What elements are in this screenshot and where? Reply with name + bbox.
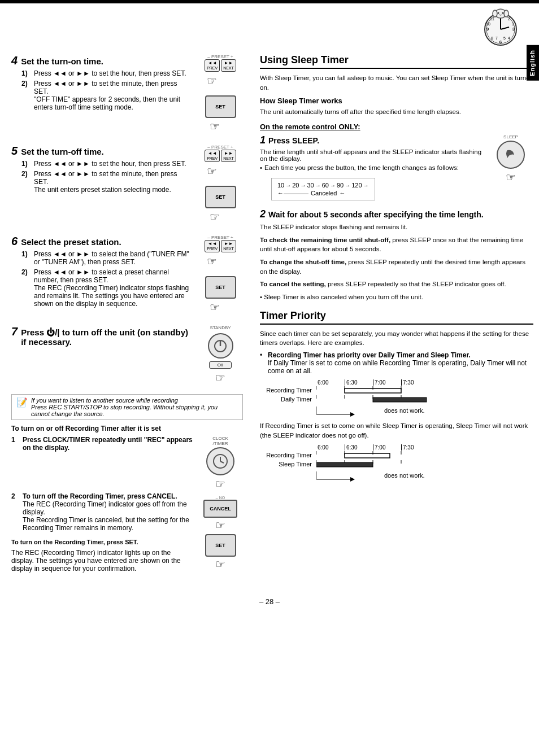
sleep-para-4-bullet: • Sleep Timer is also canceled when you … — [260, 294, 423, 300]
rec-timer-label-2: Recording Timer — [260, 452, 316, 458]
sleep-para-1: To check the remaining time until shut-o… — [260, 235, 533, 254]
sleep-para-3: To cancel the setting, press SLEEP repea… — [260, 279, 533, 289]
tick-630-1: 6:30 — [345, 379, 373, 386]
step-ton-2-text: 2 To turn off the Recording Timer, press… — [11, 492, 193, 534]
numbered-step-2-num: 2 — [11, 492, 19, 500]
daily-timer-label-1: Daily Timer — [260, 396, 316, 403]
timer-row-daily-1: Daily Timer — [260, 395, 533, 403]
svg-text:☞: ☞ — [210, 120, 220, 133]
timer-transition: If Recording Timer is set to come on whi… — [260, 421, 533, 440]
sleep-icon — [502, 146, 520, 164]
sleep-step-2-num: 2 — [260, 208, 266, 220]
cancel-btn[interactable]: CANCEL — [203, 500, 237, 518]
sleep-step-1-num: 1 — [260, 134, 266, 146]
tick-700-1: 7:00 — [373, 379, 401, 386]
svg-line-32 — [220, 461, 224, 463]
step-4-item-2: 2) Press ◄◄ or ►► to set the minute, the… — [21, 80, 193, 111]
does-not-work-2: does not work. — [316, 469, 533, 482]
numbered-step-2: 2 To turn off the Recording Timer, press… — [11, 492, 193, 532]
step-7-text: 7 Press ⏻/| to turn off the unit (on sta… — [11, 325, 193, 349]
numbered-step-2-body2: The Recording Timer is canceled, but the… — [23, 516, 193, 532]
tick-700-2: 7:00 — [373, 444, 401, 451]
svg-text:1: 1 — [512, 22, 514, 26]
step-6-with-image: 6 Select the preset station. 1) Press ◄◄… — [11, 235, 243, 317]
does-not-work-text-1: does not work. — [384, 407, 425, 414]
step-7-num: 7 — [11, 325, 18, 338]
numbered-step-2-body: The REC (Recording Timer) indicator goes… — [23, 500, 193, 516]
arrow-6: → — [363, 182, 369, 189]
prev-next-row-3: ◄◄PREV ►►NEXT — [198, 240, 243, 252]
daily-timer-bar-1 — [316, 395, 429, 403]
next-btn-3[interactable]: ►►NEXT — [221, 240, 236, 252]
numbered-step-2-content: To turn off the Recording Timer, press C… — [23, 492, 193, 532]
sleep-para-4: • Sleep Timer is also canceled when you … — [260, 292, 533, 302]
step-7-header: 7 Press ⏻/| to turn off the unit (on sta… — [11, 325, 193, 347]
timer-row-rec-1: Recording Timer — [260, 386, 533, 394]
val-30: 30 — [307, 182, 314, 189]
svg-text:6: 6 — [499, 40, 502, 45]
diagram-1: 6:00 6:30 7:00 7:30 Recording Timer — [260, 379, 533, 417]
step-4-item-2-text: Press ◄◄ or ►► to set the minute, then p… — [34, 80, 193, 95]
sleep-step-1-title: Press SLEEP. — [268, 136, 319, 145]
svg-text:☞: ☞ — [215, 519, 225, 531]
step-4-title: Set the turn-on time. — [21, 56, 103, 66]
next-btn-1[interactable]: ►►NEXT — [221, 59, 236, 72]
step-5-num: 5 — [11, 145, 18, 158]
sleep-step-1-bullet-text: Each time you press the button, the time… — [264, 164, 459, 171]
cancel-btn-area: – NO CANCEL ☞ — [198, 492, 243, 534]
step-5-block: 5 Set the turn-off time. 1) Press ◄◄ or … — [11, 145, 243, 227]
rec-timer-bar-1 — [316, 386, 429, 394]
clock-timer-btn[interactable] — [206, 447, 234, 475]
step-5-item-2-text: Press ◄◄ or ►► to set the minute, then p… — [34, 170, 193, 186]
prev-next-row-2: ◄◄PREV ►►NEXT — [198, 150, 243, 162]
turn-on-step: To turn on the Recording Timer, press SE… — [11, 534, 243, 573]
canceled-row: ←———— Canceled ← — [277, 190, 369, 196]
set-btn-3[interactable]: SET — [205, 276, 236, 299]
step-5-item-1: 1) Press ◄◄ or ►► to set the hour, then … — [21, 160, 193, 168]
svg-text:9: 9 — [486, 27, 489, 32]
cancel-label-small: – NO — [216, 496, 225, 500]
sleep-timer-label-2: Sleep Timer — [260, 461, 316, 467]
tick-730-2: 7:30 — [401, 444, 429, 451]
does-not-work-1: does not work. — [316, 404, 533, 417]
on-btn[interactable]: O/I — [209, 361, 232, 369]
prev-next-btn-2: – PRESET + ◄◄PREV ►►NEXT ☞ — [198, 145, 243, 182]
step-5-text: 5 Set the turn-off time. 1) Press ◄◄ or … — [11, 145, 193, 196]
sleep-btn-container: SLEEP ☞ — [488, 134, 533, 186]
sleep-para-3-rest: press SLEEP repeatedly so that the SLEEP… — [328, 281, 506, 287]
svg-text:8: 8 — [491, 36, 493, 40]
sleep-step-2-block: 2 Wait for about 5 seconds after specify… — [260, 208, 533, 235]
sleep-arrows-row: 10 → 20 → 30 → 60 → 90 → 120 → — [277, 182, 369, 189]
svg-marker-62 — [350, 477, 355, 482]
sleep-timer-bar-2 — [316, 460, 429, 468]
timer-priority-title: Timer Priority — [260, 310, 533, 325]
next-btn-2[interactable]: ►►NEXT — [221, 150, 236, 162]
timer-bullet-1-content: Recording Timer has priority over Daily … — [268, 351, 533, 375]
arrow-2: → — [301, 182, 306, 189]
step-5-item-2-extra: The unit enters preset station selecting… — [34, 186, 193, 194]
sleep-para-2-bold: To change the shut-off time, — [260, 259, 346, 265]
prev-btn-2[interactable]: ◄◄PREV — [205, 150, 220, 162]
step-5-body: 1) Press ◄◄ or ►► to set the hour, then … — [21, 160, 193, 194]
sleep-btn[interactable] — [497, 141, 525, 169]
svg-point-17 — [498, 12, 499, 14]
step-ton-2: 2 To turn off the Recording Timer, press… — [11, 492, 243, 534]
prev-btn-1[interactable]: ◄◄PREV — [205, 59, 220, 72]
svg-text:☞: ☞ — [207, 165, 217, 177]
step-5-item-2-num: 2) — [21, 170, 32, 194]
svg-text:2: 2 — [508, 17, 510, 21]
step-5-image: – PRESET + ◄◄PREV ►►NEXT ☞ SET ☞ — [198, 145, 243, 227]
standby-btn[interactable] — [208, 333, 233, 359]
clock-timer-icon — [211, 452, 231, 471]
set-btn-2[interactable]: SET — [205, 186, 236, 208]
sleep-step-1-block: 1 Press SLEEP. The time length until shu… — [260, 134, 533, 205]
does-not-work-svg-2 — [316, 469, 384, 482]
set-btn-1[interactable]: SET — [205, 95, 236, 118]
svg-text:7: 7 — [495, 36, 498, 40]
sleep-step-2-body: The SLEEP indicator stops flashing and r… — [260, 222, 533, 232]
prev-btn-3[interactable]: ◄◄PREV — [205, 240, 220, 252]
sleep-bar-svg-2 — [316, 460, 429, 469]
step-6-header: 6 Select the preset station. — [11, 235, 193, 248]
bullet-dot: • — [260, 164, 262, 171]
set-btn-4[interactable]: SET — [205, 534, 236, 557]
